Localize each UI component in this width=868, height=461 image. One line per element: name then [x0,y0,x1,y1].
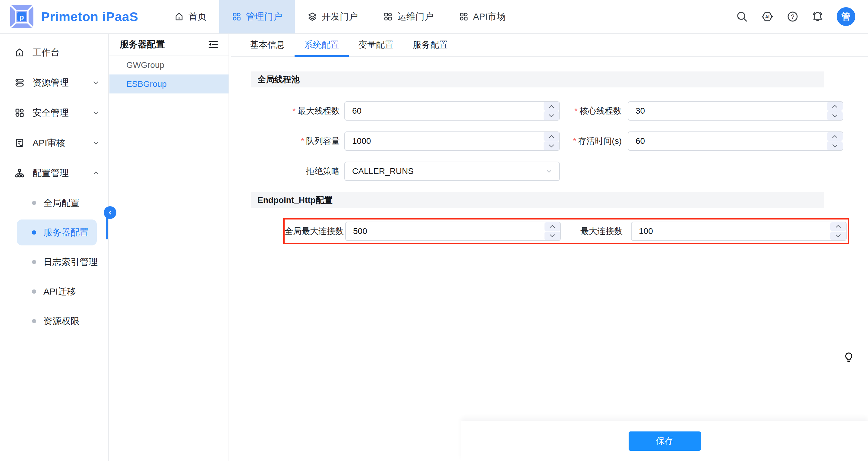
tab-service-config[interactable]: 服务配置 [403,34,457,56]
form-row: *队列容量 *存活时间(s) [251,131,868,151]
tab-label: 服务配置 [413,39,448,51]
bullet-dot-icon [32,201,36,205]
sidebar-subitem-global-config[interactable]: 全局配置 [0,188,108,218]
nav-item-home[interactable]: 首页 [162,0,219,33]
sidebar-item-resource-mgmt[interactable]: 资源管理 [0,67,108,98]
field-label: 全局最大连接数 [285,225,341,237]
nav-item-label: 首页 [188,10,207,23]
help-icon[interactable]: ? [786,10,799,23]
server-icon [14,78,25,88]
tab-basic-info[interactable]: 基本信息 [240,34,294,56]
group-list-item-gwgroup[interactable]: GWGroup [110,56,228,74]
main-content: 基本信息 系统配置 变量配置 服务配置 全局线程池 *最大线程数 *核心线 [230,34,868,461]
sidebar-subitem-label: 全局配置 [43,197,80,209]
nav-item-admin-portal[interactable]: 管理门户 [219,0,295,33]
max-connections-input[interactable] [631,222,846,241]
core-thread-count-field [628,101,843,121]
field-label: *队列容量 [251,135,340,147]
sidebar-subitem-api-migration[interactable]: API迁移 [0,277,108,306]
queue-capacity-input[interactable] [344,131,560,151]
nav-item-ops-portal[interactable]: 运维门户 [371,0,446,33]
keep-alive-time-input[interactable] [628,131,843,151]
field-label: *核心线程数 [563,105,622,117]
sidebar-item-label: 资源管理 [33,76,84,89]
stepper-down-button[interactable] [827,142,843,150]
sidebar-subitem-server-config[interactable]: 服务器配置 [0,218,108,247]
nav-item-label: API市场 [473,10,506,23]
rejection-policy-select[interactable]: CALLER_RUNS [344,162,560,181]
chevron-down-icon [92,79,100,87]
stepper-down-button[interactable] [830,232,846,240]
stepper-down-button[interactable] [544,142,559,150]
nav-item-api-market[interactable]: API市场 [446,0,518,33]
sidebar-drag-handle[interactable] [106,216,108,239]
search-icon[interactable] [736,10,748,23]
sidebar-collapse-button[interactable] [104,206,116,219]
core-thread-count-input[interactable] [628,101,843,121]
group-name: GWGroup [126,60,164,70]
bullet-dot-icon [32,260,36,264]
form-footer: 保存 [461,421,868,461]
user-avatar[interactable]: 管 [837,7,855,26]
global-max-connections-input[interactable] [345,222,561,241]
app-grid-icon [232,12,242,22]
stepper-up-button[interactable] [830,222,846,231]
nav-item-dev-portal[interactable]: 开发门户 [295,0,371,33]
form-content: 全局线程池 *最大线程数 *核心线程数 *队列容 [230,57,868,244]
svg-text:p: p [20,13,24,21]
chevron-down-icon [546,167,553,175]
sidebar-item-workbench[interactable]: 工作台 [0,37,108,67]
queue-capacity-field [344,131,560,151]
chevron-down-icon [92,139,100,147]
stepper-up-button[interactable] [544,102,559,111]
number-stepper [827,102,843,120]
group-name: ESBGroup [126,79,167,89]
sidebar-subitem-log-index-mgmt[interactable]: 日志索引管理 [0,247,108,277]
stepper-up-button[interactable] [827,132,843,141]
app-grid-icon [459,12,468,22]
stepper-down-button[interactable] [827,111,843,120]
max-thread-count-input[interactable] [344,101,560,121]
stepper-down-button[interactable] [545,232,560,240]
stepper-up-button[interactable] [544,132,559,141]
tab-label: 基本信息 [250,39,285,51]
stepper-down-button[interactable] [544,111,559,120]
bell-icon[interactable] [811,10,824,23]
field-label: *最大线程数 [251,105,340,117]
section-header-global-thread-pool: 全局线程池 [251,71,824,87]
navbar-actions: AI ? 管 [736,7,868,26]
svg-text:?: ? [791,13,794,20]
number-stepper [830,222,846,240]
field-label: *存活时间(s) [563,135,622,147]
sidebar: 工作台 资源管理 安全管理 [0,34,109,461]
save-button[interactable]: 保存 [629,431,701,451]
select-value: CALLER_RUNS [352,166,414,176]
stepper-up-button[interactable] [545,222,560,231]
lightbulb-icon[interactable] [844,352,853,363]
doc-check-icon [14,138,25,148]
sidebar-item-label: API审核 [33,137,84,149]
group-list-item-esbgroup[interactable]: ESBGroup [110,74,228,93]
sidebar-item-api-review[interactable]: API审核 [0,128,108,158]
sidebar-item-config-mgmt[interactable]: 配置管理 [0,158,108,188]
sidebar-subitem-label: 日志索引管理 [43,256,98,268]
tab-variable-config[interactable]: 变量配置 [349,34,403,56]
chevron-up-icon [92,169,100,177]
required-marker: * [301,136,304,146]
sidebar-subitem-label: API迁移 [43,285,76,298]
form-row: 拒绝策略 CALLER_RUNS [251,162,868,181]
keep-alive-time-field [628,131,843,151]
sidebar-subitem-label: 服务器配置 [43,226,89,239]
tab-system-config[interactable]: 系统配置 [294,34,349,56]
stepper-up-button[interactable] [827,102,843,111]
sidebar-item-security-mgmt[interactable]: 安全管理 [0,98,108,128]
form-row: *最大线程数 *核心线程数 [251,101,868,121]
nav-item-label: 运维门户 [397,10,434,23]
max-thread-count-field [344,101,560,121]
app-grid-icon [14,107,25,118]
fold-panel-icon[interactable] [208,40,218,49]
sidebar-subitem-resource-permission[interactable]: 资源权限 [0,306,108,336]
home-icon [174,12,184,22]
ai-assistant-icon[interactable]: AI [761,10,774,23]
number-stepper [545,222,560,240]
